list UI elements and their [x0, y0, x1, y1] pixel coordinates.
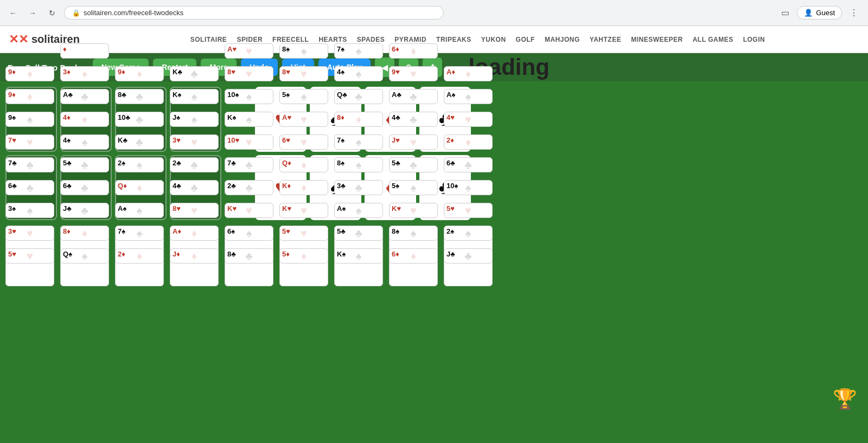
nav-freecell[interactable]: FREECELL: [272, 36, 309, 43]
list-item[interactable]: 6♦ ♦: [389, 43, 438, 59]
list-item[interactable]: 5♣ ♣: [389, 157, 438, 172]
list-item[interactable]: 2♠ ♠: [115, 157, 164, 172]
reload-button[interactable]: ↻: [44, 5, 60, 21]
nav-hearts[interactable]: HEARTS: [318, 36, 347, 43]
list-item[interactable]: J♥ ♥: [389, 134, 438, 150]
list-item[interactable]: 8♦ ♦: [60, 226, 109, 241]
list-item[interactable]: 4♣ ♣: [389, 112, 438, 127]
list-item[interactable]: 10♠ ♠: [444, 180, 493, 195]
tab-icon-button[interactable]: ▭: [776, 4, 794, 22]
list-item[interactable]: J♣ ♣: [60, 203, 109, 218]
list-item[interactable]: J♠ ♠: [170, 112, 219, 127]
list-item[interactable]: 7♣ ♣: [5, 157, 54, 172]
list-item[interactable]: 7♥ ♥: [5, 134, 54, 150]
list-item[interactable]: 5♦ ♦: [279, 248, 328, 264]
list-item[interactable]: 8♠ ♠: [389, 226, 438, 241]
list-item[interactable]: 8♣ ♣: [225, 248, 273, 264]
list-item[interactable]: 5♥ ♥: [279, 226, 328, 241]
nav-pyramid[interactable]: PYRAMID: [394, 36, 426, 43]
list-item[interactable]: 10♣ ♣: [115, 112, 164, 127]
back-button[interactable]: ←: [5, 5, 21, 21]
list-item[interactable]: 8♠ ♠: [279, 43, 328, 59]
list-item[interactable]: Q♦ ♦: [279, 157, 328, 172]
nav-solitaire[interactable]: SOLITAIRE: [190, 36, 227, 43]
list-item[interactable]: 2♣ ♣: [225, 180, 273, 195]
list-item[interactable]: 4♦ ♦: [60, 112, 109, 127]
list-item[interactable]: 8♥ ♥: [279, 66, 328, 81]
list-item[interactable]: 10♠ ♠: [225, 89, 273, 104]
list-item[interactable]: 5♠ ♠: [389, 180, 438, 195]
list-item[interactable]: A♣ ♣: [60, 89, 109, 104]
list-item[interactable]: 5♣ ♣: [60, 157, 109, 172]
list-item[interactable]: A♥ ♥: [279, 112, 328, 127]
list-item[interactable]: 9♦ ♦: [5, 89, 54, 104]
list-item[interactable]: A♦ ♦: [444, 66, 493, 81]
list-item[interactable]: 5♥ ♥: [444, 203, 493, 218]
list-item[interactable]: K♠ ♠: [225, 112, 273, 127]
list-item[interactable]: 3♣ ♣: [334, 180, 383, 195]
list-item[interactable]: 7♠ ♠: [334, 43, 383, 59]
list-item[interactable]: K♦ ♦: [279, 180, 328, 195]
url-bar[interactable]: 🔒 solitairen.com/freecell-twodecks: [64, 6, 444, 20]
list-item[interactable]: 2♣ ♣: [170, 157, 219, 172]
list-item[interactable]: K♣ ♣: [115, 134, 164, 150]
list-item[interactable]: 6♣ ♣: [60, 180, 109, 195]
list-item[interactable]: 9♦ ♦: [5, 66, 54, 81]
list-item[interactable]: K♠ ♠: [334, 248, 383, 264]
nav-mahjong[interactable]: MAHJONG: [545, 36, 580, 43]
list-item[interactable]: 6♠ ♠: [225, 226, 273, 241]
list-item[interactable]: Q♠ ♠: [60, 248, 109, 264]
list-item[interactable]: 4♠ ♠: [60, 134, 109, 150]
list-item[interactable]: K♠ ♠: [170, 89, 219, 104]
forward-button[interactable]: →: [25, 5, 40, 21]
list-item[interactable]: K♥ ♥: [279, 203, 328, 218]
list-item[interactable]: 2♦ ♦: [115, 248, 164, 264]
list-item[interactable]: 2♠ ♠: [444, 226, 493, 241]
list-item[interactable]: A♠ ♠: [115, 203, 164, 218]
list-item[interactable]: 9♥ ♥: [389, 66, 438, 81]
list-item[interactable]: K♣ ♣: [170, 66, 219, 81]
menu-button[interactable]: ⋮: [845, 4, 863, 22]
guest-button[interactable]: 👤 Guest: [797, 6, 842, 20]
list-item[interactable]: 6♣ ♣: [5, 180, 54, 195]
list-item[interactable]: 8♣ ♣: [115, 89, 164, 104]
nav-tripeaks[interactable]: TRIPEAKS: [436, 36, 471, 43]
nav-login[interactable]: LOGIN: [743, 36, 765, 43]
nav-minesweeper[interactable]: MINESWEEPER: [631, 36, 683, 43]
list-item[interactable]: 3♥ ♥: [170, 134, 219, 150]
list-item[interactable]: J♣ ♣: [444, 248, 493, 264]
list-item[interactable]: K♥ ♥: [225, 203, 273, 218]
list-item[interactable]: 5♥ ♥: [5, 248, 54, 264]
list-item[interactable]: 7♠ ♠: [334, 134, 383, 150]
list-item[interactable]: 6♣ ♣: [444, 157, 493, 172]
list-item[interactable]: 3♦ ♦: [60, 66, 109, 81]
list-item[interactable]: 3♥ ♥: [5, 226, 54, 241]
list-item[interactable]: Q♣ ♣: [334, 89, 383, 104]
nav-yukon[interactable]: YUKON: [481, 36, 506, 43]
list-item[interactable]: J♦ ♦: [170, 248, 219, 264]
list-item[interactable]: A♦ ♦: [170, 226, 219, 241]
list-item[interactable]: 6♦ ♦: [389, 248, 438, 264]
list-item[interactable]: A♠ ♠: [444, 89, 493, 104]
list-item[interactable]: A♠ ♠: [334, 203, 383, 218]
list-item[interactable]: 4♠ ♠: [334, 66, 383, 81]
list-item[interactable]: 9♦ ♦: [115, 66, 164, 81]
list-item[interactable]: Q♦ ♦: [115, 180, 164, 195]
list-item[interactable]: 8♦ ♦: [334, 112, 383, 127]
list-item[interactable]: 9♠ ♠: [5, 112, 54, 127]
list-item[interactable]: K♥ ♥: [389, 203, 438, 218]
list-item[interactable]: 8♥ ♥: [170, 203, 219, 218]
list-item[interactable]: 2♦ ♦: [444, 134, 493, 150]
list-item[interactable]: 5♣ ♣: [334, 226, 383, 241]
list-item[interactable]: 7♣ ♣: [225, 157, 273, 172]
list-item[interactable]: 8♠ ♠: [334, 157, 383, 172]
nav-golf[interactable]: GOLF: [516, 36, 535, 43]
list-item[interactable]: 10♥ ♥: [225, 134, 273, 150]
list-item[interactable]: A♣ ♣: [389, 89, 438, 104]
list-item[interactable]: 4♥ ♥: [444, 112, 493, 127]
list-item[interactable]: 7♠ ♠: [115, 226, 164, 241]
nav-spider[interactable]: SPIDER: [237, 36, 263, 43]
list-item[interactable]: 3♠ ♠: [5, 203, 54, 218]
list-item[interactable]: A♥ ♥: [225, 43, 273, 59]
list-item[interactable]: 4♣ ♣: [170, 180, 219, 195]
